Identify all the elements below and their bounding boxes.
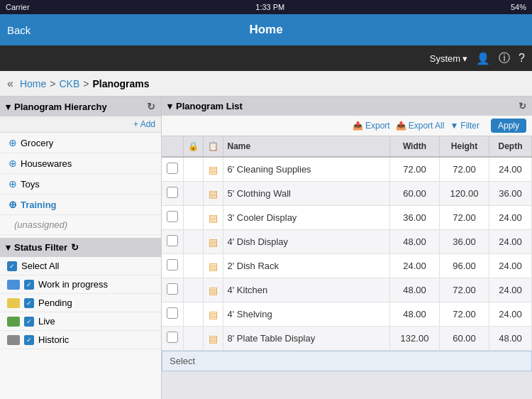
tree-item-label: Training: [21, 200, 57, 210]
row-checkbox-cell[interactable]: [162, 206, 183, 230]
select-row-overlay[interactable]: Select: [162, 351, 532, 371]
hierarchy-refresh-icon[interactable]: ↻: [147, 101, 155, 112]
row-doc-cell: ▤: [203, 157, 223, 182]
row-width: 132.00: [390, 327, 440, 351]
table-row[interactable]: ▤ 4' Dish Display 48.00 36.00 24.00: [162, 230, 532, 254]
row-checkbox[interactable]: [167, 283, 178, 295]
pending-status-icon: [7, 298, 20, 308]
row-width: 24.00: [390, 254, 440, 278]
table-row[interactable]: ▤ 4' Kitchen 48.00 72.00 24.00: [162, 278, 532, 302]
status-filter-collapse-arrow[interactable]: ▾: [6, 242, 11, 253]
row-doc-cell: ▤: [203, 230, 223, 254]
planogram-refresh-icon[interactable]: ↻: [519, 101, 526, 111]
row-lock-cell: [183, 206, 203, 230]
table-row[interactable]: ▤ 2' Dish Rack 24.00 96.00 24.00: [162, 254, 532, 278]
row-checkbox[interactable]: [167, 187, 178, 198]
filter-icon: ▼: [450, 121, 458, 131]
row-lock-cell: [183, 254, 203, 278]
status-bar: Carrier 1:33 PM 54%: [0, 0, 532, 14]
tree-item-unassigned[interactable]: (unassigned): [0, 215, 161, 235]
table-row[interactable]: ▤ 4' Shelving 48.00 72.00 24.00: [162, 302, 532, 327]
doc-icon: ▤: [209, 236, 218, 248]
breadcrumb-ckb[interactable]: CKB: [59, 78, 79, 89]
row-checkbox-cell[interactable]: [162, 278, 183, 302]
historic-checkbox[interactable]: [24, 335, 34, 345]
sidebar: ▾ Planogram Hierarchy ↻ + Add ⊕ Grocery …: [0, 97, 162, 399]
chevron-down-icon: ▾: [462, 53, 467, 64]
select-all-checkbox[interactable]: [7, 261, 17, 271]
back-button[interactable]: Back: [7, 24, 31, 36]
export-button[interactable]: 📤 Export: [353, 121, 390, 131]
expand-icon: ⊕: [9, 199, 17, 210]
status-item-pending[interactable]: Pending: [0, 294, 161, 312]
row-checkbox[interactable]: [167, 235, 178, 246]
row-height: 120.00: [440, 182, 489, 206]
row-checkbox[interactable]: [167, 211, 178, 222]
status-item-select-all[interactable]: Select All: [0, 257, 161, 275]
row-doc-cell: ▤: [203, 254, 223, 278]
breadcrumb-planograms: Planograms: [92, 78, 149, 89]
wip-checkbox[interactable]: [24, 280, 34, 290]
status-item-label: Select All: [21, 261, 59, 271]
row-checkbox[interactable]: [167, 163, 178, 174]
col-lock: 🔒: [183, 136, 203, 157]
row-checkbox-cell[interactable]: [162, 182, 183, 206]
pending-checkbox[interactable]: [24, 298, 34, 308]
system-menu-button[interactable]: System ▾: [430, 53, 467, 64]
action-bar: 📤 Export 📤 Export All ▼ Filter Apply: [162, 116, 532, 136]
carrier-label: Carrier: [6, 3, 30, 11]
row-checkbox[interactable]: [167, 307, 178, 319]
tree-item-training[interactable]: ⊕ Training: [0, 195, 161, 215]
planogram-collapse-arrow[interactable]: ▾: [167, 101, 172, 111]
status-item-live[interactable]: Live: [0, 312, 161, 331]
row-depth: 24.00: [489, 157, 532, 182]
table-row[interactable]: ▤ 6' Cleaning Supplies 72.00 72.00 24.00: [162, 157, 532, 182]
col-doc: 📋: [203, 136, 223, 157]
row-name: 2' Dish Rack: [223, 254, 390, 278]
apply-button[interactable]: Apply: [491, 119, 526, 133]
hierarchy-collapse-arrow[interactable]: ▾: [6, 102, 11, 112]
row-doc-cell: ▤: [203, 182, 223, 206]
tree-item-grocery[interactable]: ⊕ Grocery: [0, 133, 161, 153]
filter-button[interactable]: ▼ Filter: [450, 121, 480, 131]
export-all-button[interactable]: 📤 Export All: [396, 121, 445, 131]
help-icon[interactable]: ?: [519, 52, 525, 65]
tree-item-toys[interactable]: ⊕ Toys: [0, 174, 161, 195]
doc-icon: ▤: [209, 212, 218, 224]
table-row[interactable]: ▤ 3' Cooler Display 36.00 72.00 24.00: [162, 206, 532, 230]
user-icon[interactable]: 👤: [476, 52, 490, 65]
row-checkbox[interactable]: [167, 259, 178, 270]
table-row[interactable]: ▤ 8' Plate Table Display 132.00 60.00 48…: [162, 327, 532, 351]
status-item-historic[interactable]: Historic: [0, 331, 161, 349]
status-filter-refresh-icon[interactable]: ↻: [71, 242, 79, 253]
row-checkbox-cell[interactable]: [162, 157, 183, 182]
tree-item-label: Grocery: [21, 138, 53, 148]
row-depth: 24.00: [489, 278, 532, 302]
breadcrumb: « Home > CKB > Planograms: [0, 71, 532, 97]
row-checkbox[interactable]: [167, 332, 178, 343]
info-icon[interactable]: ⓘ: [499, 51, 510, 66]
row-width: 36.00: [390, 206, 440, 230]
row-checkbox-cell[interactable]: [162, 230, 183, 254]
select-label: Select: [170, 356, 195, 366]
row-checkbox-cell[interactable]: [162, 302, 183, 327]
live-checkbox[interactable]: [24, 317, 34, 327]
expand-icon: ⊕: [9, 178, 17, 190]
row-name: 4' Dish Display: [223, 230, 390, 254]
row-lock-cell: [183, 327, 203, 351]
status-item-work-in-progress[interactable]: Work in progress: [0, 275, 161, 294]
row-checkbox-cell[interactable]: [162, 254, 183, 278]
row-width: 60.00: [390, 182, 440, 206]
tree-item-housewares[interactable]: ⊕ Housewares: [0, 153, 161, 174]
row-checkbox-cell[interactable]: [162, 327, 183, 351]
row-name: 4' Kitchen: [223, 278, 390, 302]
breadcrumb-home[interactable]: Home: [20, 78, 46, 89]
table-row[interactable]: ▤ 5' Clothing Wall 60.00 120.00 36.00: [162, 182, 532, 206]
col-checkbox: [162, 136, 183, 157]
doc-icon: ▤: [209, 261, 218, 272]
add-button[interactable]: + Add: [133, 119, 155, 129]
nav-bar: Back Home: [0, 14, 532, 45]
top-toolbar: System ▾ 👤 ⓘ ?: [0, 45, 532, 71]
row-depth: 24.00: [489, 230, 532, 254]
collapse-icon[interactable]: «: [7, 77, 13, 90]
